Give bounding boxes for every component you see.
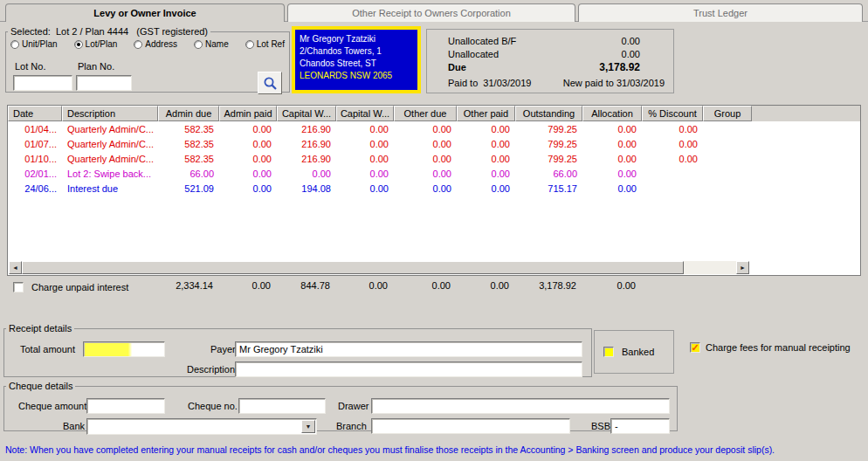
table-cell: 01/04... bbox=[8, 124, 62, 134]
table-cell: 0.00 bbox=[219, 154, 277, 164]
radio-address[interactable]: Address bbox=[134, 39, 177, 49]
table-cell: 01/07... bbox=[8, 139, 62, 149]
column-header[interactable]: Capital W... bbox=[336, 106, 394, 121]
table-cell: 0.00 bbox=[219, 183, 277, 194]
levy-table-header: DateDescriptionAdmin dueAdmin paidCapita… bbox=[8, 106, 860, 121]
charge-unpaid-interest-checkbox[interactable] bbox=[13, 282, 24, 292]
footer-note: Note: When you have completed entering y… bbox=[5, 444, 866, 455]
column-header[interactable]: Allocation bbox=[582, 106, 642, 121]
column-header[interactable]: Admin paid bbox=[219, 106, 277, 121]
due-label: Due bbox=[448, 62, 466, 72]
tab-label: Other Receipt to Owners Corporation bbox=[352, 8, 511, 18]
payer-input[interactable] bbox=[235, 341, 582, 357]
horizontal-scrollbar[interactable]: ◄ ► bbox=[9, 261, 749, 274]
table-cell: 0.00 bbox=[457, 154, 515, 164]
receipt-details-legend: Receipt details bbox=[6, 323, 74, 334]
lot-no-label: Lot No. bbox=[15, 61, 45, 72]
unallocated-bf-value: 0.00 bbox=[551, 36, 665, 46]
address-line: Mr Gregory Tzatziki bbox=[300, 33, 413, 45]
totals-cell: 0.00 bbox=[393, 280, 456, 294]
paid-to-value: Paid to 31/03/2019 bbox=[448, 78, 531, 88]
column-header[interactable]: Other due bbox=[394, 106, 457, 121]
description-input[interactable] bbox=[235, 361, 582, 377]
table-cell: Quarterly Admin/C... bbox=[62, 154, 158, 164]
column-header[interactable]: Description bbox=[62, 106, 158, 121]
address-line: Chandos Street, ST bbox=[300, 58, 413, 70]
table-row[interactable]: 02/01...Lot 2: Swipe back...66.000.000.0… bbox=[8, 166, 860, 181]
table-cell: 0.00 bbox=[582, 124, 642, 134]
table-cell: 0.00 bbox=[394, 139, 457, 149]
tab-trust-ledger[interactable]: Trust Ledger bbox=[578, 3, 863, 22]
address-line: LEONARDS NSW 2065 bbox=[300, 70, 413, 82]
table-cell: 216.90 bbox=[277, 139, 336, 149]
banked-panel: Banked bbox=[594, 330, 674, 374]
banked-checkbox[interactable] bbox=[603, 347, 614, 357]
search-button[interactable] bbox=[258, 72, 282, 94]
table-cell: 0.00 bbox=[582, 183, 642, 194]
plan-no-input[interactable] bbox=[76, 75, 132, 91]
table-cell: 0.00 bbox=[457, 183, 515, 194]
radio-icon bbox=[194, 40, 203, 49]
total-amount-input[interactable] bbox=[83, 341, 165, 357]
table-cell: 582.35 bbox=[158, 154, 219, 164]
cheque-amount-input[interactable] bbox=[86, 398, 165, 414]
table-cell: 715.17 bbox=[515, 183, 582, 194]
scrollbar-thumb[interactable] bbox=[22, 261, 684, 274]
radio-name[interactable]: Name bbox=[194, 39, 229, 49]
table-row[interactable]: 01/04...Quarterly Admin/C...582.350.0021… bbox=[8, 121, 860, 136]
drawer-input[interactable] bbox=[371, 398, 670, 414]
scroll-right-button[interactable]: ► bbox=[736, 261, 749, 274]
column-header[interactable]: Other paid bbox=[457, 106, 515, 121]
tab-label: Levy or Owner Invoice bbox=[93, 8, 196, 18]
table-cell: 799.25 bbox=[515, 139, 582, 149]
bsb-input[interactable] bbox=[610, 418, 670, 434]
totals-cell: 0.00 bbox=[335, 280, 393, 294]
radio-lot-plan[interactable]: Lot/Plan bbox=[74, 39, 118, 49]
table-cell: 0.00 bbox=[457, 124, 515, 134]
radio-lot-ref[interactable]: Lot Ref bbox=[245, 39, 285, 49]
new-paid-to-value: New paid to 31/03/2019 bbox=[563, 78, 665, 88]
table-cell: 0.00 bbox=[277, 169, 336, 179]
table-cell: Quarterly Admin/C... bbox=[62, 139, 158, 149]
table-cell: 02/01... bbox=[8, 169, 62, 179]
table-cell: 01/10... bbox=[8, 154, 62, 164]
table-cell: 0.00 bbox=[582, 154, 642, 164]
table-cell: Interest due bbox=[62, 183, 158, 194]
tab-other-receipt-to-owners-corporation[interactable]: Other Receipt to Owners Corporation bbox=[287, 3, 575, 22]
bank-select[interactable]: ▼ bbox=[86, 418, 317, 435]
table-row[interactable]: 01/07...Quarterly Admin/C...582.350.0021… bbox=[8, 136, 860, 151]
column-header[interactable]: Group bbox=[703, 106, 752, 121]
description-label: Description bbox=[187, 364, 235, 375]
scroll-left-button[interactable]: ◄ bbox=[9, 261, 22, 274]
dropdown-arrow-icon[interactable]: ▼ bbox=[301, 420, 315, 433]
charge-fees-checkbox[interactable]: ✓ bbox=[690, 342, 700, 353]
column-header[interactable]: % Discount bbox=[642, 106, 703, 121]
radio-icon bbox=[245, 40, 254, 49]
table-cell: 0.00 bbox=[394, 124, 457, 134]
table-cell: 216.90 bbox=[277, 124, 336, 134]
tab-levy-or-owner-invoice[interactable]: Levy or Owner Invoice bbox=[5, 3, 285, 22]
table-row[interactable]: 24/06...Interest due521.090.00194.080.00… bbox=[8, 181, 860, 196]
column-header[interactable]: Capital W... bbox=[277, 106, 336, 121]
column-header[interactable]: Admin due bbox=[158, 106, 219, 121]
table-cell: 799.25 bbox=[515, 124, 582, 134]
table-cell: 0.00 bbox=[642, 139, 703, 149]
owner-address-display: Mr Gregory Tzatziki 2/Chandos Towers, 1 … bbox=[292, 26, 421, 93]
radio-unit-plan[interactable]: Unit/Plan bbox=[10, 39, 58, 49]
radio-label: Unit/Plan bbox=[22, 39, 58, 49]
magnifier-icon bbox=[263, 76, 278, 91]
lot-no-input[interactable] bbox=[13, 75, 72, 91]
table-cell: 0.00 bbox=[394, 183, 457, 194]
charge-fees-option[interactable]: ✓ Charge fees for manual receipting bbox=[690, 342, 851, 353]
radio-label: Lot/Plan bbox=[86, 39, 118, 49]
branch-input[interactable] bbox=[371, 418, 570, 434]
levy-table-body: 01/04...Quarterly Admin/C...582.350.0021… bbox=[8, 121, 860, 196]
table-row[interactable]: 01/10...Quarterly Admin/C...582.350.0021… bbox=[8, 151, 860, 166]
column-header[interactable]: Outstanding bbox=[515, 106, 582, 121]
cheque-no-input[interactable] bbox=[238, 398, 326, 414]
radio-icon bbox=[134, 40, 142, 49]
column-header[interactable]: Date bbox=[8, 106, 62, 121]
plan-no-label: Plan No. bbox=[78, 61, 114, 72]
scrollbar-track[interactable] bbox=[684, 261, 736, 274]
totals-cell: 0.00 bbox=[582, 280, 641, 294]
